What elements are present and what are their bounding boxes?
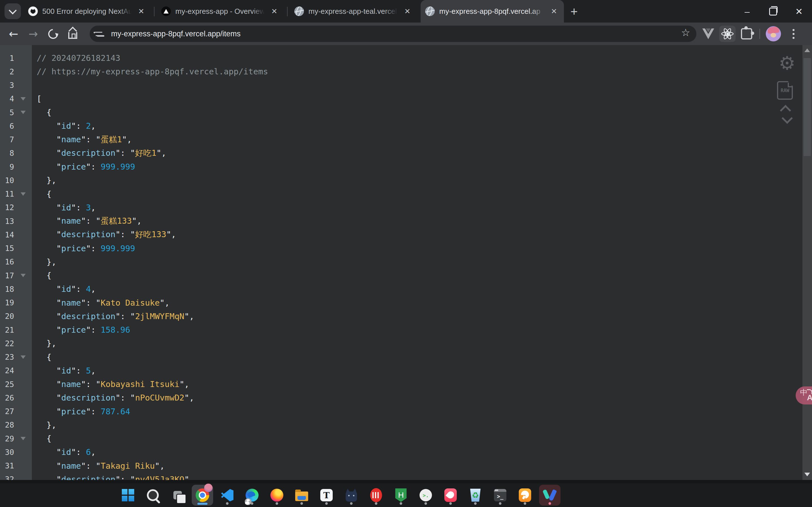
running-indicator (449, 502, 452, 505)
taskbar-terminal-button[interactable]: >_ (493, 485, 507, 506)
avatar (766, 26, 781, 41)
puzzle-icon (741, 28, 752, 40)
taskbar-vmeet-button[interactable] (539, 485, 560, 506)
taskbar-chrome-button[interactable] (192, 485, 213, 506)
taskbar-music-button[interactable] (369, 485, 383, 506)
line-number: 23 (0, 353, 14, 361)
running-indicator (549, 502, 551, 505)
react-devtools-extension[interactable] (718, 22, 737, 45)
fold-toggle[interactable] (20, 274, 26, 277)
back-button[interactable]: ← (4, 22, 22, 45)
line-number: 19 (0, 298, 14, 307)
line-number: 14 (0, 230, 14, 239)
globe-icon (294, 6, 304, 16)
react-icon (719, 25, 735, 42)
fold-toggle[interactable] (20, 437, 26, 440)
browser-toolbar: ← → my-express-app-8pqf.vercel.app/items… (0, 22, 812, 45)
taskbar-explorer-button[interactable] (295, 485, 308, 506)
taskbar-cat-button[interactable] (345, 485, 358, 506)
taskbar-chat-button[interactable]: >. (419, 485, 433, 506)
code-line: 28 }, (0, 418, 802, 432)
taskbar-search-button[interactable] (146, 485, 160, 506)
vmeet-icon (543, 489, 557, 501)
browser-menu-button[interactable] (785, 22, 801, 45)
music-icon (370, 488, 382, 502)
vertical-scrollbar[interactable] (802, 45, 812, 480)
home-button[interactable] (64, 22, 82, 45)
tab-close-button[interactable]: ✕ (136, 6, 147, 17)
taskview-icon (173, 491, 182, 499)
scroll-up-arrow[interactable] (804, 48, 810, 52)
code-lines: 1// 202407261821432// https://my-express… (0, 51, 802, 480)
site-settings-icon[interactable] (93, 27, 105, 40)
line-number: 5 (0, 108, 14, 117)
line-number: 25 (0, 380, 14, 389)
taskbar-typora-button[interactable]: T (320, 485, 333, 506)
taskbar-orange-button[interactable] (518, 485, 532, 506)
taskbar-vscode-button[interactable] (220, 485, 234, 506)
window-close-button[interactable]: ✕ (791, 5, 808, 18)
taskbar-recycle-button[interactable]: ♻ (469, 485, 482, 506)
window-restore-button[interactable] (765, 5, 781, 18)
code-line: 17 { (0, 269, 802, 282)
line-number: 29 (0, 434, 14, 443)
forward-button[interactable]: → (24, 22, 42, 45)
taskbar-start-button[interactable] (121, 485, 135, 506)
collapse-all-button[interactable] (781, 107, 791, 112)
reload-button[interactable] (44, 22, 62, 45)
code-line: 2// https://my-express-app-8pqf.vercel.a… (0, 65, 802, 78)
scrollbar-thumb[interactable] (804, 58, 811, 156)
code-line: 5 { (0, 106, 802, 119)
line-number: 9 (0, 163, 14, 171)
tab-divider (154, 7, 154, 16)
new-tab-button[interactable]: + (566, 4, 582, 18)
taskbar-taskview-button[interactable] (171, 485, 185, 506)
extensions-button[interactable] (738, 22, 755, 45)
expand-all-button[interactable] (781, 116, 791, 122)
translate-floating-button[interactable]: 中 A (796, 386, 812, 404)
horizontal-scrollbar-strip[interactable] (0, 480, 812, 483)
code-line: 10 }, (0, 173, 802, 187)
fold-toggle[interactable] (20, 192, 26, 196)
back-icon: ← (9, 27, 18, 40)
code-line: 16 }, (0, 255, 802, 269)
vue-devtools-extension[interactable] (700, 22, 717, 45)
tab-close-button[interactable]: ✕ (269, 6, 280, 17)
taskbar-firefox-button[interactable] (270, 485, 284, 506)
line-number: 28 (0, 420, 14, 429)
taskbar-pink-button[interactable] (444, 485, 457, 506)
viewer-settings-gear-icon[interactable]: ⚙ (779, 52, 795, 74)
fold-toggle[interactable] (20, 355, 26, 359)
tab-github[interactable]: 500 Error deploying NextAuth ✕ (24, 0, 151, 22)
window-minimize-button[interactable]: – (739, 5, 756, 18)
tab-title: 500 Error deploying NextAuth (42, 7, 132, 16)
line-number: 18 (0, 285, 14, 293)
bookmark-star-icon[interactable]: ☆ (681, 27, 690, 38)
reload-icon (46, 27, 60, 41)
tab-vercel-overview[interactable]: my-express-app - Overview - ✕ (157, 0, 284, 22)
line-number: 17 (0, 271, 14, 280)
line-number: 15 (0, 244, 14, 252)
url-text[interactable]: my-express-app-8pqf.vercel.app/items (111, 30, 241, 38)
code-line: 21 "price": 158.96 (0, 323, 802, 337)
view-raw-button[interactable]: RAW (777, 81, 793, 100)
tab-close-button[interactable]: ✕ (402, 6, 413, 17)
code-line: 27 "price": 787.64 (0, 405, 802, 418)
tab-express-teal[interactable]: my-express-app-teal.vercel.ap ✕ (290, 0, 417, 22)
line-number: 30 (0, 448, 14, 457)
address-bar[interactable]: my-express-app-8pqf.vercel.app/items ☆ (90, 25, 696, 42)
vue-icon (702, 29, 714, 39)
fold-toggle[interactable] (20, 111, 26, 114)
taskbar-hbuilder-button[interactable]: H (394, 485, 408, 506)
code-line: 22 }, (0, 337, 802, 350)
fold-toggle[interactable] (20, 97, 26, 101)
scroll-down-arrow[interactable] (804, 473, 810, 476)
line-number: 6 (0, 122, 14, 130)
tab-search-button[interactable] (4, 3, 21, 19)
taskbar-edge-button[interactable] (245, 485, 259, 506)
tab-close-button[interactable]: ✕ (549, 6, 559, 17)
tab-express-8pqf-active[interactable]: my-express-app-8pqf.vercel.ap ✕ (421, 0, 564, 22)
line-number: 3 (0, 81, 14, 90)
globe-icon (425, 6, 435, 16)
profile-button[interactable] (765, 22, 782, 45)
